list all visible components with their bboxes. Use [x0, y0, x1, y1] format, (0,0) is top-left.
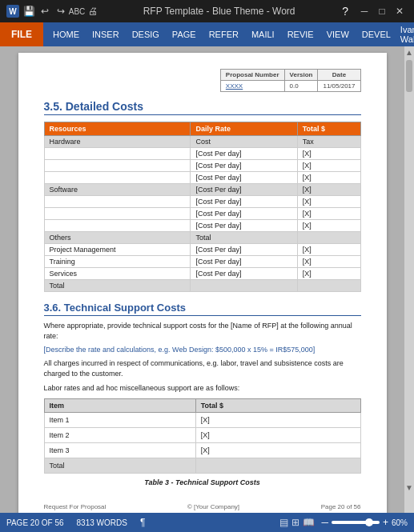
cell-item: Item 2 — [44, 427, 195, 442]
col-daily-rate: Daily Rate — [191, 122, 297, 136]
window-controls[interactable]: ─ □ ✕ — [356, 5, 408, 18]
zoom-level: 60% — [392, 518, 408, 527]
tab-references[interactable]: REFER — [203, 22, 245, 46]
spell-check-icon[interactable]: ABC — [70, 5, 83, 18]
proposal-label: Proposal Number — [220, 70, 284, 81]
zoom-thumb[interactable] — [365, 518, 373, 526]
cell-total: [X] — [297, 268, 360, 280]
zoom-out-button[interactable]: ─ — [321, 517, 328, 528]
cell-rate: [Cost Per day] — [191, 172, 297, 184]
cell-total: [X] — [297, 172, 360, 184]
table-row: Training [Cost Per day] [X] — [44, 256, 360, 268]
cell-total — [297, 232, 360, 244]
read-view-icon[interactable]: 📖 — [303, 517, 315, 528]
cell-rate: Cost — [191, 136, 297, 148]
word-count: 8313 WORDS — [77, 518, 127, 527]
cell-resource: Software — [44, 184, 191, 196]
col-item: Item — [44, 398, 195, 412]
redo-icon[interactable]: ↪ — [54, 5, 67, 18]
table-row: [Cost Per day] [X] — [44, 172, 360, 184]
help-icon[interactable]: ? — [339, 5, 352, 18]
title-bar: W 💾 ↩ ↪ ABC 🖨 RFP Template - Blue Theme … — [0, 0, 414, 22]
table-row: [Cost Per day] [X] — [44, 160, 360, 172]
cell-rate: [Cost Per day] — [191, 148, 297, 160]
section-36-para2: [Describe the rate and calculations, e.g… — [44, 346, 361, 354]
document-area: Proposal Number Version Date XXXX 0.0 11… — [0, 46, 414, 513]
section-36-heading: 3.6. Technical Support Costs — [44, 302, 361, 316]
user-name: Ivan Walsh — [400, 25, 414, 44]
proposal-value: XXXX — [220, 81, 284, 92]
close-button[interactable]: ✕ — [392, 5, 408, 18]
minimize-button[interactable]: ─ — [356, 5, 372, 18]
table-row: Total — [44, 458, 360, 473]
tab-view[interactable]: VIEW — [320, 22, 356, 46]
table-row: Hardware Cost Tax — [44, 136, 360, 148]
save-icon[interactable]: 💾 — [22, 5, 35, 18]
paragraph-icon[interactable]: ¶ — [140, 517, 145, 528]
version-label: Version — [284, 70, 318, 81]
table-row: Project Management [Cost Per day] [X] — [44, 244, 360, 256]
cell-total: [X] — [297, 148, 360, 160]
cell-rate: [Cost Per day] — [191, 196, 297, 208]
tab-review[interactable]: REVIE — [281, 22, 320, 46]
maximize-button[interactable]: □ — [374, 5, 390, 18]
cell-resource — [44, 196, 191, 208]
cell-rate: [Cost Per day] — [191, 256, 297, 268]
window-title: RFP Template - Blue Theme - Word — [104, 6, 334, 17]
cell-resource — [44, 172, 191, 184]
footer-right: Page 20 of 56 — [321, 503, 361, 510]
title-bar-app-icons: W 💾 ↩ ↪ ABC 🖨 — [6, 5, 99, 18]
view-icons: ▤ ⊞ 📖 — [279, 517, 315, 528]
cell-rate: [Cost Per day] — [191, 160, 297, 172]
user-info: Ivan Walsh K — [400, 25, 414, 44]
cell-total: [X] — [297, 160, 360, 172]
zoom-slider[interactable] — [332, 521, 380, 524]
cell-resource: Total — [44, 280, 191, 292]
zoom-in-button[interactable]: + — [383, 517, 388, 528]
col-total: Total $ — [195, 398, 360, 412]
cell-item: Item 3 — [44, 442, 195, 458]
col-total: Total $ — [297, 122, 360, 136]
tab-mailings[interactable]: MAILI — [245, 22, 281, 46]
app-icon-word: W — [6, 5, 19, 18]
page-info: PAGE 20 OF 56 — [6, 518, 64, 527]
section-36-para3: All charges incurred in respect of commu… — [44, 358, 361, 378]
cell-total: [X] — [297, 220, 360, 232]
cell-resource — [44, 220, 191, 232]
cell-rate: [Cost Per day] — [191, 244, 297, 256]
zoom-controls: ─ + 60% — [321, 517, 408, 528]
document-footer: Request For Proposal © [Your Company] Pa… — [44, 503, 361, 510]
file-tab[interactable]: FILE — [0, 22, 43, 46]
cell-rate: [Cost Per day] — [191, 220, 297, 232]
print-view-icon[interactable]: ▤ — [279, 517, 288, 528]
table-row: [Cost Per day] [X] — [44, 148, 360, 160]
tab-page[interactable]: PAGE — [166, 22, 203, 46]
table-row: Total — [44, 280, 360, 292]
cell-total: [X] — [195, 442, 360, 458]
cell-total: [X] — [297, 256, 360, 268]
vertical-scrollbar[interactable]: ▲ ▼ — [404, 46, 414, 513]
table-caption: Table 3 - Technical Support Costs — [44, 478, 361, 486]
print-icon[interactable]: 🖨 — [86, 5, 99, 18]
scroll-thumb[interactable] — [406, 60, 412, 92]
cell-total: Tax — [297, 136, 360, 148]
cell-rate: Total — [191, 232, 297, 244]
cell-total: [X] — [297, 196, 360, 208]
cell-rate: [Cost Per day] — [191, 208, 297, 220]
date-value: 11/05/2017 — [318, 81, 360, 92]
tab-design[interactable]: DESIG — [126, 22, 166, 46]
tab-insert[interactable]: INSER — [86, 22, 126, 46]
undo-icon[interactable]: ↩ — [38, 5, 51, 18]
table-row: Others Total — [44, 232, 360, 244]
cell-rate: [Cost Per day] — [191, 184, 297, 196]
section-36: 3.6. Technical Support Costs Where appro… — [44, 302, 361, 486]
web-view-icon[interactable]: ⊞ — [291, 517, 299, 528]
section-36-para4: Labor rates and ad hoc miscellaneous sup… — [44, 383, 361, 394]
section-35: 3.5. Detailed Costs Resources Daily Rate… — [44, 100, 361, 292]
tab-developer[interactable]: DEVEL — [356, 22, 397, 46]
cell-resource: Services — [44, 268, 191, 280]
cell-item: Total — [44, 458, 195, 473]
cell-total: [X] — [297, 244, 360, 256]
tab-home[interactable]: HOME — [46, 22, 86, 46]
cell-resource: Project Management — [44, 244, 191, 256]
